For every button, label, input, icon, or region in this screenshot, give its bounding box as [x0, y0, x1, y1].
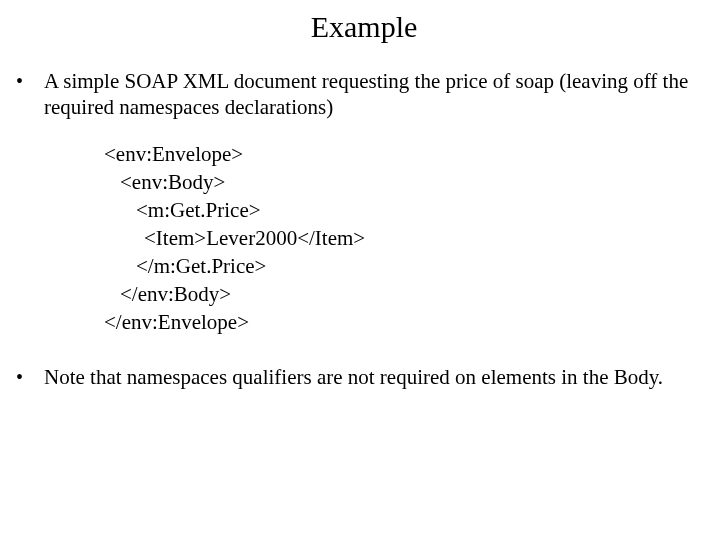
bullet-item-2: • Note that namespaces qualifiers are no…: [16, 364, 712, 390]
code-line: <m:Get.Price>: [104, 196, 712, 224]
code-line: </m:Get.Price>: [104, 252, 712, 280]
code-line: <env:Body>: [104, 168, 712, 196]
slide: Example • A simple SOAP XML document req…: [0, 0, 720, 540]
bullet-text: A simple SOAP XML document requesting th…: [44, 68, 712, 120]
bullet-text: Note that namespaces qualifiers are not …: [44, 364, 712, 390]
bullet-dot-icon: •: [16, 68, 44, 94]
bullet-item-1: • A simple SOAP XML document requesting …: [16, 68, 712, 120]
code-line: <Item>Lever2000</Item>: [104, 224, 712, 252]
code-line: <env:Envelope>: [104, 140, 712, 168]
code-line: </env:Envelope>: [104, 308, 712, 336]
slide-title: Example: [16, 10, 712, 44]
code-example: <env:Envelope> <env:Body> <m:Get.Price> …: [104, 140, 712, 336]
code-line: </env:Body>: [104, 280, 712, 308]
bullet-dot-icon: •: [16, 364, 44, 390]
